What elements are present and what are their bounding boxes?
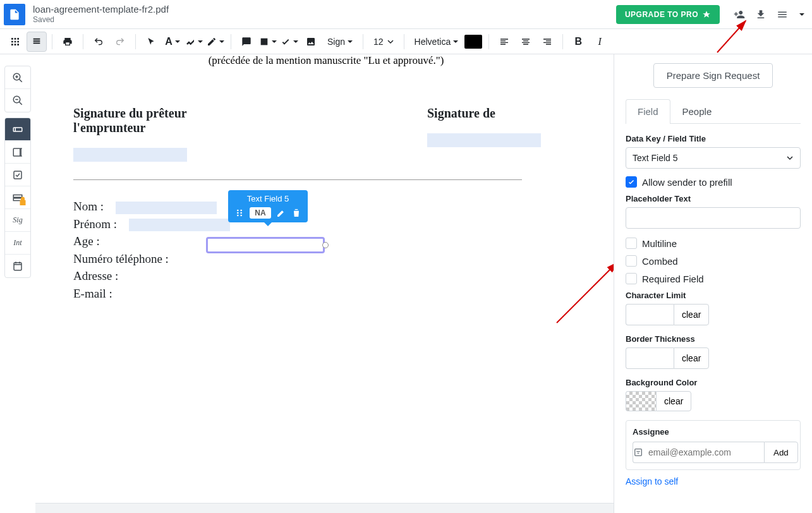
assignee-email-input[interactable] [643, 442, 764, 463]
date-field-tool[interactable] [5, 255, 30, 277]
text-tool[interactable]: A [162, 32, 183, 52]
svg-rect-4 [13, 148, 20, 156]
highlight-tool[interactable] [184, 32, 204, 52]
menu-icon[interactable] [775, 8, 789, 21]
svg-point-14 [241, 215, 243, 217]
resize-handle[interactable] [322, 242, 329, 248]
document-scroll[interactable]: (précédée de la mention manuscrite "Lu e… [35, 54, 614, 513]
data-key-label: Data Key / Field Title [626, 134, 801, 143]
tooltip-title: Text Field 5 [247, 194, 289, 203]
prenom-field[interactable] [129, 219, 230, 231]
text-field-5-input[interactable] [206, 237, 325, 253]
zoom-out-button[interactable] [5, 89, 30, 112]
drag-icon[interactable] [234, 208, 245, 218]
assignee-icon [633, 442, 643, 463]
bg-color-swatch[interactable] [626, 391, 656, 411]
print-button[interactable] [58, 32, 78, 52]
font-family-select[interactable]: Helvetica [409, 32, 464, 52]
assignee-label: Assignee [633, 427, 794, 437]
delete-icon[interactable] [291, 208, 301, 218]
document-viewport: (précédée de la mention manuscrite "Lu e… [35, 54, 614, 513]
app-header: loan-agreement-template-fr2.pdf Saved UP… [0, 0, 812, 29]
combed-label: Combed [642, 256, 678, 267]
font-size-select[interactable]: 12 [368, 32, 399, 52]
draw-tool[interactable] [205, 32, 226, 52]
svg-point-12 [241, 212, 243, 214]
rocket-icon [702, 10, 711, 19]
lender-signature-field[interactable] [73, 148, 187, 162]
svg-rect-16 [635, 449, 642, 456]
main-toolbar: A Sign 12 Helvetica B I [0, 29, 812, 54]
page-view-button[interactable] [27, 32, 47, 52]
allow-prefill-checkbox[interactable] [626, 176, 637, 188]
prepare-sign-button[interactable]: Prepare Sign Request [653, 63, 773, 88]
bold-button[interactable]: B [568, 32, 588, 52]
download-icon[interactable] [754, 8, 768, 21]
required-checkbox[interactable] [626, 273, 637, 284]
label-tel: Numéro téléphone : [73, 252, 169, 265]
multiline-checkbox[interactable] [626, 238, 637, 249]
align-center-button[interactable] [516, 32, 536, 52]
lock-icon [17, 196, 28, 207]
assignee-tag[interactable]: NA [250, 207, 270, 219]
border-label: Border Thickness [626, 334, 801, 344]
text-color-swatch[interactable] [464, 35, 482, 49]
left-toolbar: Sig Int [0, 54, 35, 513]
borrower-signature-label: Signature de [427, 106, 579, 121]
label-adresse: Adresse : [73, 269, 118, 282]
border-input[interactable] [626, 347, 674, 369]
signature-field-tool[interactable]: Sig [5, 209, 30, 232]
menu-caret[interactable] [797, 8, 804, 21]
paragraph-field-tool[interactable] [5, 141, 30, 164]
data-key-select[interactable]: Text Field 5 [626, 147, 801, 169]
assignee-add-button[interactable]: Add [764, 442, 798, 463]
page-text-fragment: (précédée de la mention manuscrite "Lu e… [73, 54, 579, 67]
label-age: Age : [73, 234, 100, 248]
sign-dropdown[interactable]: Sign [322, 32, 358, 52]
document-page[interactable]: (précédée de la mention manuscrite "Lu e… [35, 54, 614, 509]
undo-button[interactable] [88, 32, 109, 52]
combed-checkbox[interactable] [626, 255, 637, 267]
svg-rect-8 [14, 263, 21, 270]
borrower-signature-field[interactable] [427, 133, 541, 147]
tab-field[interactable]: Field [626, 99, 670, 124]
properties-panel: Prepare Sign Request Field People Data K… [614, 54, 812, 513]
assign-self-link[interactable]: Assign to self [626, 476, 678, 486]
nom-field[interactable] [116, 202, 217, 214]
comment-tool[interactable] [236, 32, 257, 52]
svg-rect-0 [261, 38, 268, 45]
svg-point-10 [241, 210, 243, 212]
image-tool[interactable] [301, 32, 321, 52]
tab-people[interactable]: People [670, 99, 724, 123]
char-limit-label: Character Limit [626, 291, 801, 300]
align-right-button[interactable] [537, 32, 557, 52]
divider [73, 179, 522, 180]
horizontal-scrollbar[interactable] [35, 503, 614, 513]
required-label: Required Field [642, 274, 704, 284]
italic-button[interactable]: I [590, 32, 610, 52]
placeholder-input[interactable] [626, 207, 801, 229]
label-email: E-mail : [73, 287, 112, 300]
bg-clear[interactable]: clear [656, 391, 691, 411]
grid-view-button[interactable] [5, 32, 25, 52]
label-prenom: Prénom : [73, 217, 117, 231]
redo-button[interactable] [110, 32, 130, 52]
text-field-tool[interactable] [5, 118, 30, 141]
dropdown-field-tool[interactable] [5, 186, 30, 209]
char-limit-input[interactable] [626, 304, 674, 325]
checkbox-field-tool[interactable] [5, 164, 30, 186]
upgrade-button[interactable]: UPGRADE TO PRO [616, 5, 720, 24]
select-tool[interactable] [141, 32, 161, 52]
border-clear[interactable]: clear [674, 347, 709, 369]
svg-point-11 [237, 212, 239, 214]
char-limit-clear[interactable]: clear [674, 304, 709, 325]
chevron-down-icon [786, 154, 794, 162]
add-user-icon[interactable] [732, 8, 746, 21]
edit-icon[interactable] [276, 208, 286, 218]
initials-field-tool[interactable]: Int [5, 232, 30, 255]
check-tool[interactable] [279, 32, 300, 52]
align-left-button[interactable] [494, 32, 514, 52]
shape-tool[interactable] [258, 32, 278, 52]
zoom-in-button[interactable] [5, 66, 30, 89]
document-title: loan-agreement-template-fr2.pdf [33, 4, 616, 15]
